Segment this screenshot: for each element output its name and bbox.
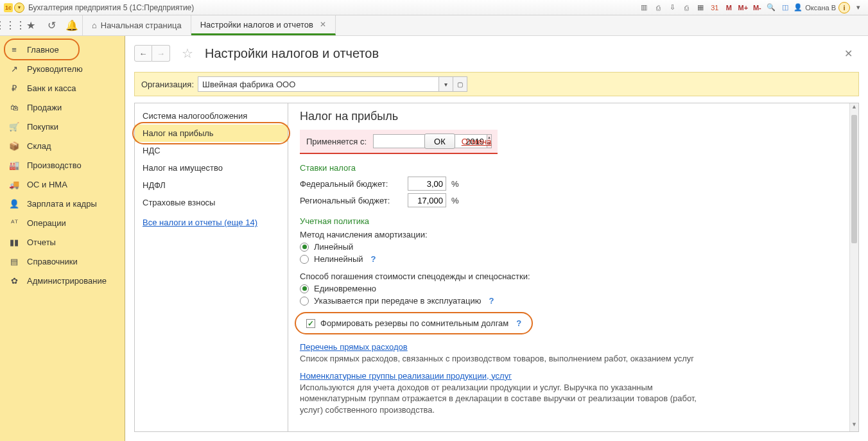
memory-mminus-icon[interactable]: M-: [751, 2, 763, 13]
close-tab-icon[interactable]: ✕: [320, 20, 326, 29]
sidebar-item[interactable]: ↗Руководителю: [0, 59, 125, 78]
sidebar-item[interactable]: 📦Склад: [0, 136, 125, 155]
radio-linear[interactable]: Линейный: [300, 242, 846, 252]
federal-rate-input[interactable]: [408, 177, 446, 191]
main-area: ← → ☆ Настройки налогов и отчетов ✕ Орга…: [125, 36, 868, 441]
sidebar-item[interactable]: 🛍Продажи: [0, 98, 125, 117]
sidebar-item[interactable]: 👤Зарплата и кадры: [0, 194, 125, 213]
help-icon[interactable]: ?: [516, 318, 521, 328]
sidebar-item[interactable]: ▤Справочники: [0, 252, 125, 271]
sidebar-icon: ▮▮: [9, 238, 19, 247]
memory-mplus-icon[interactable]: M+: [737, 2, 749, 13]
organization-row: Организация: ▾ ▢: [134, 72, 859, 96]
sidebar-icon: ᴬᵀ: [9, 218, 19, 228]
sidebar-item[interactable]: ≡Главное: [0, 40, 125, 59]
scrollbar[interactable]: ▲ ▼: [849, 103, 858, 431]
checkbox-label: Формировать резервы по сомнительным долг…: [320, 318, 508, 328]
history-icon[interactable]: ↺: [41, 15, 62, 36]
sidebar-icon: ▤: [9, 257, 19, 266]
policy-title: Учетная политика: [300, 216, 846, 226]
sidebar-item[interactable]: ▮▮Отчеты: [0, 232, 125, 252]
sidebar-icon: 🛒: [9, 122, 19, 132]
all-taxes-link[interactable]: Все налоги и отчеты (еще 14): [135, 214, 288, 231]
app-menu-dropdown[interactable]: ▾: [14, 3, 24, 13]
settings-nav-item[interactable]: Налог на прибыль: [135, 125, 288, 142]
zoom-icon[interactable]: 🔍: [765, 2, 777, 13]
direct-expenses-link[interactable]: Перечень прямых расходов: [300, 342, 408, 352]
calendar-icon[interactable]: 31: [709, 2, 720, 13]
radio-label: Линейный: [314, 242, 353, 252]
radio-nonlinear[interactable]: Нелинейный?: [300, 254, 846, 264]
sidebar-icon: ↗: [9, 64, 19, 74]
favorite-star-icon[interactable]: ☆: [182, 46, 193, 61]
sidebar: ≡Главное↗Руководителю₽Банк и касса🛍Прода…: [0, 36, 125, 441]
ok-button[interactable]: ОК: [424, 134, 455, 149]
sidebar-item[interactable]: ✿Администрирование: [0, 271, 125, 290]
help-icon[interactable]: ?: [371, 254, 376, 264]
regional-rate-input[interactable]: [408, 193, 446, 207]
tab-tax-settings[interactable]: Настройки налогов и отчетов ✕: [191, 15, 336, 35]
sidebar-label: Администрирование: [27, 276, 107, 286]
window-menu-icon[interactable]: ▾: [853, 2, 864, 13]
memory-m-icon[interactable]: M: [723, 2, 734, 13]
sidebar-label: Справочники: [27, 257, 78, 266]
organization-open-icon[interactable]: ▢: [453, 76, 467, 92]
organization-input[interactable]: [198, 76, 439, 92]
settings-nav-item[interactable]: НДС: [135, 142, 288, 159]
settings-nav-item[interactable]: Налог на имущество: [135, 159, 288, 177]
tab-label: Настройки налогов и отчетов: [200, 20, 313, 30]
sidebar-item[interactable]: 🛒Покупки: [0, 117, 125, 136]
organization-dropdown-icon[interactable]: ▾: [439, 76, 453, 92]
sidebar-label: Отчеты: [27, 238, 56, 247]
help-icon[interactable]: ?: [489, 296, 494, 306]
sidebar-item[interactable]: ₽Банк и касса: [0, 78, 125, 98]
scroll-thumb[interactable]: [851, 115, 857, 243]
radio-onuse[interactable]: Указывается при передаче в эксплуатацию?: [300, 296, 846, 306]
spec-label: Способ погашения стоимости спецодежды и …: [300, 272, 846, 281]
close-page-icon[interactable]: ✕: [844, 48, 853, 60]
settings-nav-item[interactable]: Страховые взносы: [135, 194, 288, 211]
tab-home[interactable]: ⌂ Начальная страница: [82, 15, 191, 35]
checkbox-icon: ✓: [306, 319, 315, 328]
info-icon[interactable]: i: [838, 2, 850, 13]
nomenclature-groups-link[interactable]: Номенклатурные группы реализации продукц…: [300, 371, 512, 381]
sidebar-item[interactable]: 🚚ОС и НМА: [0, 175, 125, 194]
radio-once[interactable]: Единовременно: [300, 284, 846, 293]
layout-icon[interactable]: ◫: [779, 2, 791, 13]
reserve-checkbox[interactable]: ✓ Формировать резервы по сомнительным до…: [300, 316, 528, 331]
current-user[interactable]: 👤Оксана В: [794, 3, 836, 12]
tab-label: Начальная страница: [101, 21, 182, 30]
forward-button[interactable]: →: [152, 45, 170, 62]
notifications-icon[interactable]: 🔔: [62, 15, 82, 36]
settings-pane: Налог на прибыль Применяется с: ▲▼ ОК От…: [288, 103, 859, 432]
calculator-icon[interactable]: ▦: [695, 2, 706, 13]
back-button[interactable]: ←: [134, 45, 152, 62]
federal-label: Федеральный бюджет:: [300, 179, 403, 189]
sidebar-label: Руководителю: [27, 64, 83, 74]
sidebar-label: Покупки: [27, 122, 58, 132]
percent-label: %: [451, 196, 459, 205]
apps-icon[interactable]: ⋮⋮⋮: [0, 15, 21, 36]
favorite-icon[interactable]: ★: [21, 15, 41, 36]
sidebar-item[interactable]: ᴬᵀОперации: [0, 213, 125, 232]
settings-nav-item[interactable]: НДФЛ: [135, 177, 288, 194]
menu-bar: ⋮⋮⋮ ★ ↺ 🔔 ⌂ Начальная страница Настройки…: [0, 15, 868, 36]
cancel-link[interactable]: Отмена: [462, 137, 492, 146]
sidebar-label: ОС и НМА: [27, 180, 67, 189]
sidebar-label: Банк и касса: [27, 83, 76, 93]
toolbar-icon[interactable]: ⇩: [666, 2, 678, 13]
sidebar-item[interactable]: 🏭Производство: [0, 155, 125, 175]
rates-title: Ставки налога: [300, 163, 846, 173]
regional-label: Региональный бюджет:: [300, 196, 403, 205]
settings-nav-item[interactable]: Система налогообложения: [135, 107, 288, 125]
toolbar-icon[interactable]: ▥: [638, 2, 650, 13]
toolbar-icon[interactable]: ⎙: [681, 2, 692, 13]
sidebar-icon: 🛍: [9, 103, 19, 112]
print-icon[interactable]: ⎙: [652, 2, 664, 13]
pane-heading: Налог на прибыль: [300, 110, 846, 123]
sidebar-label: Операции: [27, 218, 66, 228]
sidebar-icon: ₽: [9, 83, 19, 93]
page-header: ← → ☆ Настройки налогов и отчетов ✕: [125, 41, 868, 65]
apply-period-box: Применяется с: ▲▼ ОК Отмена: [300, 130, 498, 154]
radio-label: Указывается при передаче в эксплуатацию: [314, 296, 481, 306]
